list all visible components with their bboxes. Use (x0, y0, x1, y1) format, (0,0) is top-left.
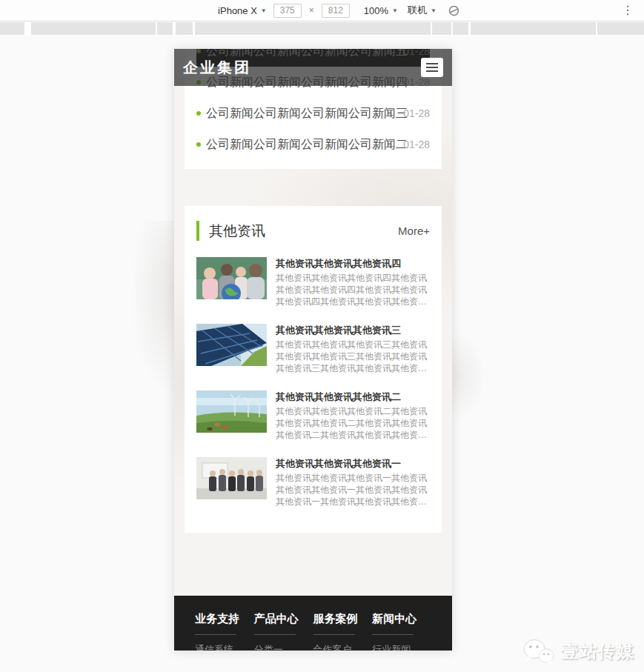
page-content: 公司新闻公司新闻公司新闻公司新闻五 01-28 公司新闻公司新闻公司新闻公司新闻… (174, 49, 452, 651)
site-footer: 业务支持 通信系统 电力储能 微网系统 产品中心 分类一 分类二 分类三 服务案… (174, 596, 452, 651)
section-accent-bar (196, 221, 199, 241)
thumbnail-image (196, 390, 267, 433)
footer-column: 业务支持 通信系统 电力储能 微网系统 (195, 612, 254, 651)
chevron-down-icon: ▼ (431, 7, 436, 14)
news-item[interactable]: 公司新闻公司新闻公司新闻公司新闻二 01-28 (196, 129, 430, 160)
footer-link[interactable]: 分类一 (254, 639, 313, 651)
footer-column-title[interactable]: 服务案例 (313, 612, 373, 626)
emulated-viewport: 公司新闻公司新闻公司新闻公司新闻五 01-28 公司新闻公司新闻公司新闻公司新闻… (174, 49, 452, 651)
article-title: 其他资讯其他资讯其他资讯一 (276, 457, 430, 470)
media-query-segment[interactable] (597, 22, 644, 35)
watermark: 壹站传媒 (521, 636, 635, 666)
media-query-segment[interactable] (31, 22, 156, 35)
hamburger-menu-button[interactable] (421, 58, 443, 77)
media-query-segment[interactable] (176, 22, 193, 35)
more-link[interactable]: More+ (398, 224, 430, 237)
media-query-segment[interactable] (157, 22, 173, 35)
media-query-segment[interactable] (0, 22, 24, 35)
footer-column-title[interactable]: 产品中心 (254, 612, 313, 626)
wechat-icon (521, 636, 555, 666)
article-title: 其他资讯其他资讯其他资讯四 (276, 257, 430, 270)
article-excerpt: 其他资讯其他资讯其他资讯三其他资讯其他资讯其他资讯三其他资讯其他资讯其他资讯三其… (276, 339, 430, 374)
zoom-select-label: 100% (364, 5, 388, 16)
device-select[interactable]: iPhone X ▼ (218, 5, 267, 16)
watermark-text: 壹站传媒 (561, 640, 635, 663)
media-query-segment[interactable] (453, 22, 468, 35)
article-excerpt: 其他资讯其他资讯其他资讯一其他资讯其他资讯其他资讯一其他资讯其他资讯其他资讯一其… (276, 472, 430, 508)
bullet-icon (196, 111, 201, 116)
news-item-date: 01-28 (403, 107, 430, 119)
dimension-separator: × (308, 5, 315, 16)
bullet-icon (196, 142, 201, 147)
footer-column: 服务案例 合作客户 案例展示 常见问题 (313, 612, 373, 651)
article-title: 其他资讯其他资讯其他资讯三 (276, 324, 430, 336)
media-query-bar (0, 21, 644, 36)
media-query-segment[interactable] (471, 22, 596, 35)
article-excerpt: 其他资讯其他资讯其他资讯二其他资讯其他资讯其他资讯二其他资讯其他资讯其他资讯二其… (276, 405, 430, 441)
article-list-item[interactable]: 其他资讯其他资讯其他资讯二 其他资讯其他资讯其他资讯二其他资讯其他资讯其他资讯二… (196, 390, 430, 441)
divider (195, 634, 236, 635)
media-query-segment[interactable] (432, 22, 451, 35)
site-logo[interactable]: 企业集团 (183, 58, 251, 78)
chevron-down-icon: ▼ (392, 7, 398, 14)
device-stage: 公司新闻公司新闻公司新闻公司新闻五 01-28 公司新闻公司新闻公司新闻公司新闻… (0, 36, 644, 672)
viewport-height-input[interactable] (322, 4, 350, 18)
footer-link[interactable]: 行业新闻 (372, 639, 431, 651)
zoom-select[interactable]: 100% ▼ (364, 5, 398, 16)
divider (313, 634, 355, 635)
article-list-item[interactable]: 其他资讯其他资讯其他资讯四 其他资讯其他资讯其他资讯四其他资讯其他资讯其他资讯四… (196, 257, 430, 307)
news-item-title: 公司新闻公司新闻公司新闻公司新闻三 (206, 106, 408, 122)
devtools-toolbar: iPhone X ▼ × 100% ▼ 联机 ▼ ⋮ (0, 0, 644, 21)
article-excerpt: 其他资讯其他资讯其他资讯四其他资讯其他资讯其他资讯四其他资讯其他资讯其他资讯四其… (276, 272, 430, 307)
media-query-segment[interactable] (195, 22, 431, 35)
site-header: 企业集团 (174, 49, 452, 86)
more-vertical-icon[interactable]: ⋮ (619, 2, 637, 19)
footer-column: 新闻中心 行业新闻 公司新闻 其他资讯 (372, 612, 431, 651)
viewport-width-input[interactable] (273, 4, 302, 18)
article-title: 其他资讯其他资讯其他资讯二 (276, 390, 430, 403)
section-title: 其他资讯 (209, 222, 398, 241)
thumbnail-image (196, 457, 267, 499)
news-item-date: 01-28 (403, 139, 430, 150)
rotate-disabled-icon[interactable] (448, 4, 460, 17)
device-select-label: iPhone X (218, 5, 257, 16)
news-item[interactable]: 公司新闻公司新闻公司新闻公司新闻三 01-28 (196, 98, 430, 129)
divider (372, 634, 414, 635)
footer-column: 产品中心 分类一 分类二 分类三 (254, 612, 313, 651)
footer-link[interactable]: 合作客户 (313, 639, 373, 651)
news-item-title: 公司新闻公司新闻公司新闻公司新闻二 (206, 137, 408, 153)
divider (254, 634, 296, 635)
network-throttle-select[interactable]: 联机 ▼ (408, 4, 436, 17)
footer-link[interactable]: 通信系统 (195, 639, 254, 651)
thumbnail-image (196, 257, 267, 299)
thumbnail-image (196, 324, 267, 366)
footer-column-title[interactable]: 新闻中心 (372, 612, 431, 626)
article-list-item[interactable]: 其他资讯其他资讯其他资讯三 其他资讯其他资讯其他资讯三其他资讯其他资讯其他资讯三… (196, 324, 430, 374)
other-news-section: 其他资讯 More+ (185, 206, 442, 533)
network-throttle-label: 联机 (408, 4, 427, 17)
article-list-item[interactable]: 其他资讯其他资讯其他资讯一 其他资讯其他资讯其他资讯一其他资讯其他资讯其他资讯一… (196, 457, 430, 508)
footer-column-title[interactable]: 业务支持 (195, 612, 254, 626)
chevron-down-icon: ▼ (261, 7, 267, 14)
